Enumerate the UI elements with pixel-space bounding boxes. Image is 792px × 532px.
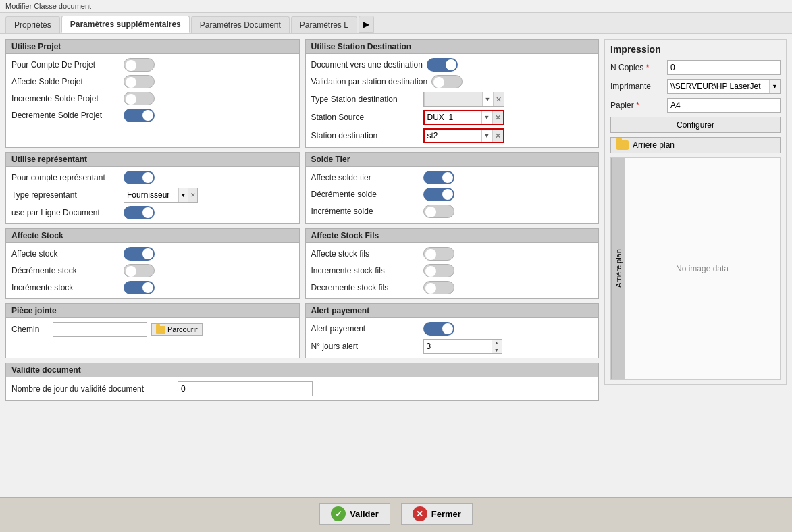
row-incremente-solde-tier: Incrémente solde — [311, 205, 593, 218]
row-papier: Papier * — [610, 98, 781, 113]
station-source-arrow[interactable]: ▼ — [481, 111, 492, 124]
valider-button[interactable]: ✓ Valider — [319, 503, 390, 525]
n-copies-star: * — [646, 63, 650, 72]
row-doc-vers-destination: Document vers une destination — [311, 58, 593, 72]
row-affecte-solde-projet: Affecte Solde Projet — [11, 75, 294, 88]
section-validite-document: Validite document Nombre de jour du vali… — [5, 363, 599, 401]
n-jours-input[interactable] — [424, 342, 492, 351]
section-utilise-station-header: Utilise Station Destination — [306, 40, 599, 54]
section-alert-payement-header: Alert payement — [306, 304, 599, 318]
row-decremente-solde-tier: Décrémente solde — [311, 188, 593, 201]
row-nb-jours-validite: Nombre de jour du validité document — [11, 381, 593, 396]
papier-label: Papier * — [610, 101, 664, 110]
bottom-bar: ✓ Valider ✕ Fermer — [0, 497, 792, 530]
toggle-affecte-solde-projet[interactable] — [124, 75, 155, 88]
parcourir-button[interactable]: Parcourir — [151, 323, 203, 336]
station-source-clear[interactable]: ✕ — [492, 111, 503, 124]
spinbox-down[interactable]: ▼ — [492, 346, 502, 353]
toggle-use-par-ligne[interactable] — [124, 206, 155, 219]
row-pour-compte-projet: Pour Compte De Projet — [11, 58, 294, 72]
arriere-plan-button[interactable]: Arrière plan — [610, 137, 781, 153]
n-copies-label: N Copies * — [610, 63, 664, 72]
right-panel: Impression N Copies * Imprimante \\SERVE… — [604, 39, 787, 491]
image-preview-container: Arrière plan No image data — [610, 157, 781, 380]
tabs-bar: Propriétés Paramètres supplémentaires Pa… — [0, 13, 792, 34]
dropdown-type-representant[interactable]: Fournisseur ▼ ✕ — [124, 188, 198, 203]
toggle-affecte-stock-fils[interactable] — [423, 247, 454, 261]
imprimante-arrow[interactable]: ▼ — [769, 80, 780, 93]
section-piece-jointe: Pièce jointe Chemin Parcourir — [5, 303, 300, 358]
toggle-doc-vers-destination[interactable] — [427, 58, 458, 72]
valider-icon: ✓ — [331, 506, 346, 521]
row-imprimante: Imprimante \\SERVEUR\HP LaserJet ▼ — [610, 79, 781, 94]
row-decremente-stock: Décrémente stock — [11, 264, 294, 277]
row-affecte-solde-tier: Affecte solde tier — [311, 171, 593, 184]
type-rep-arrow[interactable]: ▼ — [178, 188, 188, 202]
toggle-affecte-stock[interactable] — [124, 247, 155, 261]
section-affecte-stock: Affecte Stock Affecte stock Décrémente s… — [5, 228, 300, 299]
section-alert-payement: Alert payement Alert payement N° jours a… — [305, 303, 600, 358]
type-station-clear[interactable]: ✕ — [493, 92, 504, 106]
row-incremente-solde-projet: Incremente Solde Projet — [11, 92, 294, 105]
toggle-affecte-solde-tier[interactable] — [423, 171, 454, 184]
section-piece-jointe-header: Pièce jointe — [6, 304, 299, 318]
n-copies-input[interactable] — [667, 60, 781, 75]
tab-more-button[interactable]: ▶ — [359, 16, 374, 33]
row-affecte-stock: Affecte stock — [11, 247, 294, 261]
dropdown-station-destination[interactable]: st2 ▼ ✕ — [423, 128, 504, 143]
dropdown-imprimante[interactable]: \\SERVEUR\HP LaserJet ▼ — [667, 79, 781, 94]
toggle-validation-station[interactable] — [431, 75, 463, 88]
toggle-incremente-solde-tier[interactable] — [423, 205, 454, 218]
dropdown-station-source[interactable]: DUX_1 ▼ ✕ — [423, 110, 504, 125]
image-preview: No image data — [625, 158, 780, 379]
row-station-source: Station Source DUX_1 ▼ ✕ — [311, 110, 593, 125]
toggle-incremente-solde-projet[interactable] — [124, 92, 155, 105]
tab-parametres-l[interactable]: Paramètres L — [291, 16, 357, 33]
tab-parametres-document[interactable]: Paramètres Document — [191, 16, 290, 33]
type-station-arrow[interactable]: ▼ — [482, 92, 493, 106]
tab-parametres-supplementaires[interactable]: Paramètres supplémentaires — [61, 16, 190, 33]
toggle-incremente-stock[interactable] — [124, 281, 155, 294]
tab-proprietes[interactable]: Propriétés — [5, 16, 60, 33]
fermer-icon: ✕ — [413, 506, 427, 521]
toggle-decremente-solde-tier[interactable] — [423, 188, 454, 201]
row-decremente-solde-projet: Decremente Solde Projet — [11, 109, 294, 122]
section-utilise-representant-header: Utilise représentant — [6, 153, 299, 167]
section-utilise-projet-header: Utilise Projet — [6, 40, 299, 54]
spinbox-up[interactable]: ▲ — [492, 340, 502, 346]
spinbox-arrows: ▲ ▼ — [492, 340, 502, 353]
station-dest-clear[interactable]: ✕ — [492, 130, 503, 142]
toggle-incremente-stock-fils[interactable] — [423, 264, 454, 277]
station-dest-arrow[interactable]: ▼ — [481, 130, 492, 142]
arriere-plan-folder-icon — [616, 140, 629, 150]
toggle-pour-compte-representant[interactable] — [124, 171, 155, 184]
section-impression: Impression N Copies * Imprimante \\SERVE… — [604, 39, 787, 385]
toggle-pour-compte-projet[interactable] — [124, 58, 155, 72]
type-rep-clear[interactable]: ✕ — [188, 188, 197, 202]
toggle-decremente-stock[interactable] — [124, 264, 155, 277]
section-affecte-stock-header: Affecte Stock — [6, 229, 299, 243]
toggle-decremente-stock-fils[interactable] — [423, 281, 454, 294]
section-utilise-station: Utilise Station Destination Document ver… — [305, 39, 600, 148]
dropdown-type-station[interactable]: ▼ ✕ — [423, 92, 504, 107]
toggle-decremente-solde-projet[interactable] — [124, 109, 155, 122]
row-alert-payement: Alert payement — [311, 322, 593, 336]
title-bar: Modifier Classe document — [0, 0, 792, 13]
spinbox-n-jours[interactable]: ▲ ▼ — [423, 339, 502, 354]
papier-input[interactable] — [667, 98, 781, 113]
configurer-button[interactable]: Configurer — [610, 117, 781, 133]
chemin-input[interactable] — [53, 322, 147, 337]
section-utilise-projet: Utilise Projet Pour Compte De Projet Aff… — [5, 39, 300, 148]
validite-input[interactable] — [178, 381, 313, 396]
fermer-button[interactable]: ✕ Fermer — [401, 503, 473, 525]
title-text: Modifier Classe document — [5, 2, 91, 10]
row-chemin: Chemin Parcourir — [11, 322, 294, 337]
row-use-par-ligne-document: use par Ligne Document — [11, 206, 294, 219]
section-validite-document-header: Validite document — [6, 363, 598, 377]
left-panel: Utilise Projet Pour Compte De Projet Aff… — [5, 39, 599, 491]
section-utilise-representant: Utilise représentant Pour compte représe… — [5, 152, 300, 224]
row-incremente-stock-fils: Incremente stock fils — [311, 264, 593, 277]
section-solde-tier: Solde Tier Affecte solde tier Décrémente… — [305, 152, 600, 224]
papier-star: * — [636, 101, 639, 110]
toggle-alert-payement[interactable] — [423, 322, 454, 336]
